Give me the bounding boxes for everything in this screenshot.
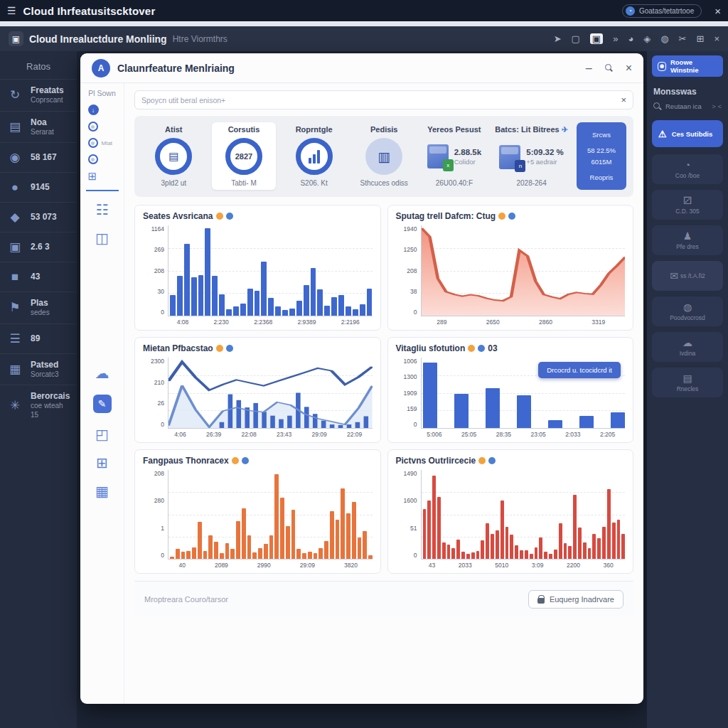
chart-bar [559,523,562,559]
rail-active-indicator [86,190,119,191]
document-icon[interactable]: ◰ [95,427,109,441]
app-titlebar: ▣ Cloud Inrealuctdure Monliing Htre Vior… [0,26,728,51]
chart-bar [549,554,552,559]
sidebar-item[interactable]: ✳Berorcaiscoe wteah 15 [0,385,77,425]
sidebar-item[interactable]: ▦PatsedSorcatc3 [0,353,77,385]
record-window-button[interactable]: ◉ Roowe Winstnie [652,55,723,77]
sidebar-item[interactable]: ●9145 [0,172,77,202]
stat-card[interactable]: Pedisis▥Sthcuces odiss [352,122,417,190]
chart-bar [500,500,504,559]
monitor-card[interactable]: ⚂C.D. 305 [652,190,723,220]
sidebar-item[interactable]: ☰89 [0,323,77,353]
target-icon[interactable] [88,122,98,132]
edit-icon[interactable]: ✎ [93,395,112,413]
account-pill[interactable]: ◔ Goatas/tetatrtooe [622,4,702,18]
monitoring-dialog: A Claunrfeature Menlriaing – × Pl Sown ↓… [80,53,643,704]
y-tick-label: 0 [414,421,417,428]
footer-action-button[interactable]: Euquerg Inadrvare [528,590,623,609]
chart-bar [621,534,625,559]
chart-bar [341,488,345,559]
sidebar-item-label: 58 167 [31,152,57,163]
bell-icon[interactable]: ◍ [660,34,668,43]
y-tick-label: 1 [161,525,164,532]
play-circle-icon[interactable]: ◕ [628,34,633,43]
rail-item-label: Mtat [102,140,113,146]
robot-icon[interactable]: ☷ [96,203,109,217]
dialog-logo-icon: A [92,59,110,77]
table-icon[interactable]: ▦ [95,484,109,498]
grid-icon[interactable]: ⊞ [697,34,705,43]
chart-title: Pictvns Outrlircecie [396,456,626,466]
monitor-card-label: Pfe dres [676,243,699,250]
monitors-header: Monsswas [653,87,722,97]
alerts-button[interactable]: ⚠ Ces Sutibdis [652,120,723,147]
chart-bar [330,511,334,559]
y-tick-label: 1300 [404,373,417,380]
monitor-card[interactable]: ♟Pfe dres [652,225,723,255]
dialog-close-button[interactable]: × [626,63,632,74]
monitor-card[interactable]: ◍Poodvocrosd [652,296,723,326]
share-icon[interactable]: ➤ [554,34,562,43]
cut-icon[interactable]: ✂ [679,34,687,43]
x-tick-label: 5:006 [427,431,441,438]
stat-card-value: 2028-264 [516,179,546,187]
chart-bar [588,548,592,559]
x-tick-label: 29:09 [300,562,315,569]
y-tick-label: 2300 [151,358,164,365]
card-grid-icon[interactable]: ⊞ [96,456,108,470]
sidebar-search[interactable]: Reutaan ica > < [653,102,722,110]
target-icon[interactable] [88,154,98,164]
window-close-button[interactable]: × [714,5,721,17]
cloud-icon[interactable]: ☁ [95,366,109,380]
blue-badge-icon [226,345,233,352]
stat-card[interactable]: Atist▤3pld2 ut [141,122,206,190]
window-icon[interactable]: ▢ [572,34,580,43]
sidebar-item[interactable]: ◉58 167 [0,142,77,172]
chart-bar [324,541,328,559]
stats-summary-panel[interactable]: Srcws 58 22.5% 6015M Reopris [577,122,626,190]
document-lock-icon[interactable]: ◫ [95,231,109,245]
stat-card[interactable]: Yereos Pesustx2.88.5kColidor26U00.40:F [422,122,487,190]
target-icon[interactable] [88,138,98,148]
stat-card[interactable]: RoprntgleS206. Kt [282,122,346,190]
chart-bar [432,476,436,559]
sidebar-item[interactable]: ▤NoaSerarat [0,111,77,143]
monitor-card[interactable]: ☁Ivdina [652,332,723,362]
chart-bar [352,502,356,559]
monitor-card[interactable]: ◔Coo /boe [652,154,723,184]
orange-badge-icon [216,345,223,352]
stat-card[interactable]: Corsutis2827Tabti- M [212,122,277,190]
chart-bar [539,537,542,559]
search-icon[interactable] [605,64,613,72]
chart-bar [258,548,262,559]
stat-card-value: 3pld2 ut [161,179,187,187]
chart-overlay-button[interactable]: Drcocrd u. tcocidcrd it [538,362,621,378]
hamburger-icon[interactable]: ☰ [7,5,16,16]
search-input[interactable]: Spoycn utit beral enison+ × [134,90,633,109]
monitor-card[interactable]: ✉ss /t.A.fi2 [652,261,723,291]
download-circle-icon[interactable]: ↓ [88,105,99,115]
database-icon: ▣ [6,240,24,255]
minimize-button[interactable]: – [586,63,592,74]
sidebar-item[interactable]: ■43 [0,262,77,291]
monitor-card[interactable]: ▤Rnecles [652,368,723,397]
forward-icon[interactable]: » [613,34,618,43]
cube-stat-text: 2.88.5kColidor [454,148,481,166]
sidebar-item[interactable]: ◆53 073 [0,202,77,232]
sidebar-item[interactable]: ▣2.6 3 [0,232,77,262]
chart-bar [583,542,587,559]
stat-card[interactable]: Batcs: Lit Bitrees ✈n5:09.32 %+5 aedrair… [492,122,571,190]
grid-icon[interactable]: ⊞ [88,171,97,181]
sidebar-item[interactable]: ⚑Plassedes [0,291,77,323]
close-icon[interactable]: × [714,34,719,43]
y-tick-label: 0 [414,309,417,316]
extension-icon[interactable]: ▣ [590,33,603,44]
chart-bar [230,549,235,559]
sidebar-item[interactable]: ↻FreatatsCoprscant [0,79,77,111]
chart-bar [607,489,611,559]
chart-bar [517,395,531,428]
lock-icon[interactable]: ◈ [643,34,651,43]
clear-search-icon[interactable]: × [621,95,626,105]
x-tick-label: 2650 [486,318,500,326]
y-tick-label: 159 [407,405,417,412]
